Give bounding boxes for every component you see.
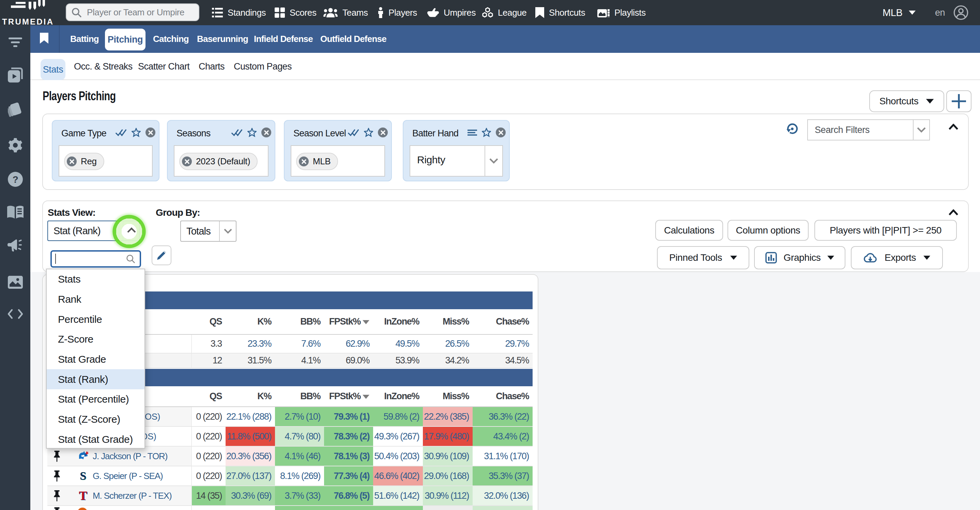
svg-text:?: ?: [12, 174, 18, 185]
svg-text:T: T: [79, 490, 87, 502]
svg-text:S: S: [80, 470, 86, 482]
